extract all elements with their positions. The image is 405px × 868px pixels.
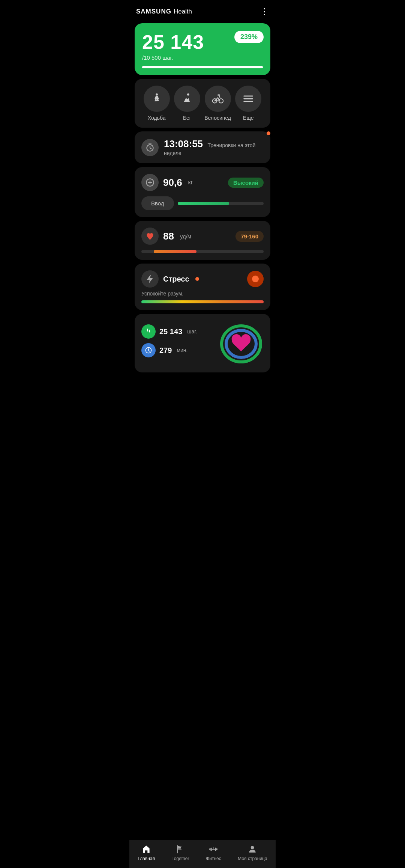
heart-icon — [145, 231, 155, 241]
summary-steps-row: 25 143 шаг. — [141, 324, 219, 339]
stress-bolt-icon — [145, 274, 155, 284]
app-header: SAMSUNG Health ⋮ — [129, 0, 276, 21]
walking-label: Ходьба — [148, 115, 166, 121]
cycling-icon-circle — [205, 86, 231, 112]
hr-progress-bar — [141, 250, 264, 253]
summary-minutes-row: 279 мин. — [141, 343, 219, 357]
activity-icons-row: Ходьба Бег Вел — [141, 86, 264, 121]
timer-icon — [141, 139, 159, 156]
summary-minutes-unit: мин. — [177, 347, 188, 353]
stopwatch-icon — [145, 143, 155, 152]
activity-walking[interactable]: Ходьба — [144, 86, 170, 121]
more-icon-circle — [235, 86, 261, 112]
app-logo: SAMSUNG Health — [136, 8, 192, 15]
weight-bottom: Ввод — [141, 196, 264, 210]
weight-progress-bar — [178, 202, 264, 205]
weight-card[interactable]: 90,6 кг Высокий Ввод — [135, 167, 270, 217]
stress-toggle-button[interactable] — [247, 271, 264, 287]
weight-badge: Высокий — [228, 178, 264, 188]
more-icon — [242, 92, 255, 105]
svg-point-10 — [149, 182, 151, 183]
stress-title: Стресс — [163, 275, 189, 283]
steps-percent-badge: 239% — [234, 31, 264, 43]
weight-icon-circle — [141, 174, 159, 191]
summary-steps-unit: шаг. — [187, 329, 197, 335]
stress-top: Стресс — [141, 270, 264, 288]
activity-running[interactable]: Бег — [174, 86, 200, 121]
summary-card[interactable]: 25 143 шаг. 279 мин. — [135, 314, 270, 372]
cycling-label: Велосипед — [204, 115, 231, 121]
stress-icon-circle — [141, 270, 159, 288]
running-icon-circle — [174, 86, 200, 112]
activity-icons-card: Ходьба Бег Вел — [135, 79, 270, 128]
workout-dot — [267, 131, 270, 135]
walking-icon — [150, 92, 163, 105]
hr-range-badge: 79-160 — [236, 231, 264, 242]
weight-unit: кг — [188, 179, 193, 186]
stress-notification-dot — [195, 277, 199, 281]
scale-icon — [145, 178, 155, 187]
summary-left: 25 143 шаг. 279 мин. — [141, 324, 219, 362]
hr-value: 88 — [163, 231, 174, 242]
footstep-icon — [145, 328, 152, 335]
steps-goal: /10 500 шаг. — [142, 54, 263, 61]
summary-steps-value: 25 143 — [159, 327, 182, 336]
hr-unit: уд/м — [180, 233, 191, 240]
running-label: Бег — [183, 115, 191, 121]
weight-value: 90,6 — [163, 177, 182, 188]
stress-toggle-inner — [252, 276, 259, 282]
heart-rings-visual — [219, 321, 264, 366]
weight-top: 90,6 кг Высокий — [141, 174, 264, 191]
menu-button[interactable]: ⋮ — [260, 7, 269, 17]
walking-icon-circle — [144, 86, 170, 112]
steps-progress-bar — [142, 66, 263, 68]
workout-time: 13:08:55 — [164, 138, 203, 149]
svg-rect-6 — [244, 98, 254, 99]
summary-steps-icon — [141, 324, 156, 339]
logo-samsung: SAMSUNG — [136, 8, 171, 15]
clock-icon — [145, 347, 152, 354]
steps-progress-fill — [142, 66, 263, 68]
stress-sublabel: Успокойте разум. — [141, 291, 264, 297]
weight-input-button[interactable]: Ввод — [141, 196, 174, 210]
heart-rate-card[interactable]: 88 уд/м 79-160 — [135, 221, 270, 260]
weight-progress-fill — [178, 202, 230, 205]
summary-minutes-value: 279 — [159, 346, 172, 355]
workout-card[interactable]: 13:08:55 Тренировки на этой неделе — [135, 131, 270, 163]
steps-card[interactable]: 239% 25 143 /10 500 шаг. — [135, 23, 270, 75]
hr-top: 88 уд/м 79-160 — [141, 228, 264, 245]
svg-rect-5 — [244, 96, 254, 97]
running-icon — [181, 92, 194, 105]
svg-point-1 — [187, 93, 189, 96]
stress-card[interactable]: Стресс Успокойте разум. — [135, 264, 270, 310]
hr-icon-circle — [141, 228, 159, 245]
logo-health: Health — [174, 8, 192, 15]
activity-cycling[interactable]: Велосипед — [204, 86, 231, 121]
heart-rings-svg — [219, 321, 264, 366]
activity-more[interactable]: Еще — [235, 86, 261, 121]
more-label: Еще — [243, 115, 254, 121]
svg-point-0 — [156, 93, 158, 96]
cycling-icon — [212, 92, 224, 105]
workout-info: 13:08:55 Тренировки на этой неделе — [164, 138, 264, 157]
summary-minutes-icon — [141, 343, 156, 357]
hr-progress-fill — [154, 250, 196, 253]
stress-bar — [141, 300, 264, 303]
svg-rect-7 — [244, 101, 254, 102]
